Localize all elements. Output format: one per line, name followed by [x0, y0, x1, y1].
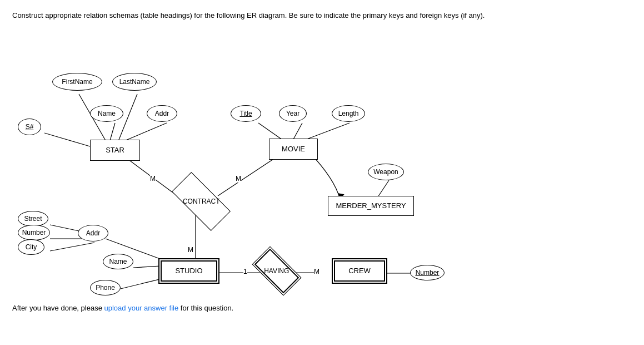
- svg-line-7: [304, 123, 350, 140]
- entity-star: STAR: [90, 140, 140, 161]
- label-m3: M: [188, 246, 193, 254]
- attr-s-hash: S#: [18, 119, 41, 135]
- page: Construct appropriate relation schemas (…: [0, 0, 644, 345]
- attr-name-star: Name: [90, 105, 123, 122]
- attr-number-studio: Number: [18, 225, 50, 240]
- upload-link[interactable]: upload your answer file: [104, 304, 179, 312]
- attr-number-crew: Number: [410, 265, 445, 280]
- label-m1: M: [150, 175, 156, 183]
- entity-studio: STUDIO: [161, 261, 217, 281]
- attr-addr-star: Addr: [147, 105, 177, 122]
- attr-street: Street: [18, 211, 48, 226]
- entity-merder-mystery: MERDER_MYSTERY: [328, 196, 414, 216]
- attr-lastname: LastName: [112, 73, 157, 91]
- attr-length: Length: [332, 105, 365, 122]
- attr-firstname: FirstName: [52, 73, 102, 91]
- attr-title: Title: [231, 105, 261, 122]
- label-m4: M: [314, 268, 319, 275]
- attr-addr-studio: Addr: [78, 225, 108, 241]
- attr-name-studio: Name: [103, 254, 133, 269]
- label-1: 1: [243, 268, 247, 275]
- svg-line-6: [293, 123, 302, 140]
- svg-line-18: [50, 243, 94, 251]
- attr-year: Year: [279, 105, 307, 122]
- relation-having: HAVING: [252, 246, 301, 295]
- footer-text: After you have done, please upload your …: [12, 304, 632, 312]
- instructions-text: Construct appropriate relation schemas (…: [12, 10, 632, 21]
- svg-line-4: [44, 133, 92, 147]
- attr-phone: Phone: [90, 280, 121, 295]
- entity-crew: CREW: [335, 261, 385, 281]
- attr-weapon: Weapon: [368, 164, 404, 180]
- attr-city: City: [18, 239, 44, 255]
- relation-contract: CONTRACT: [172, 171, 231, 230]
- entity-movie: MOVIE: [269, 139, 318, 160]
- diagram-area: FirstName LastName Name Addr S# Title Ye…: [12, 31, 632, 298]
- label-m2: M: [236, 175, 241, 183]
